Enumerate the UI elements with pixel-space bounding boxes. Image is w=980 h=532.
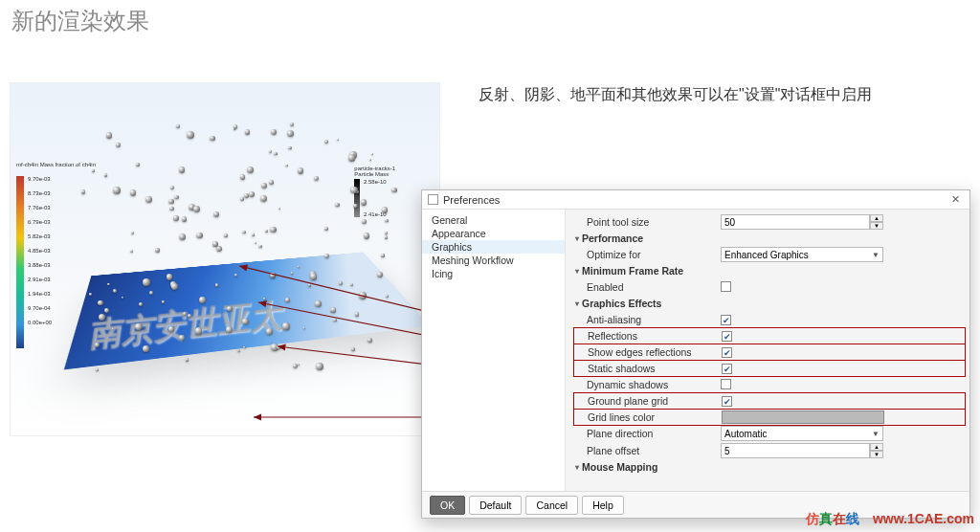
help-button[interactable]: Help <box>582 496 624 515</box>
anti-aliasing-label: Anti-aliasing <box>573 314 721 325</box>
show-edges-reflections-label: Show edges reflections <box>574 346 722 358</box>
point-tool-size-label: Point tool size <box>573 216 721 228</box>
cancel-button[interactable]: Cancel <box>525 496 578 515</box>
ground-plane-grid-label: Ground plane grid <box>574 395 722 407</box>
preferences-content[interactable]: Point tool size ▲▼ Performance Optimize … <box>566 210 969 491</box>
nav-general[interactable]: General <box>422 213 565 227</box>
close-icon[interactable]: ✕ <box>947 193 964 206</box>
static-shadows-label: Static shadows <box>574 363 722 374</box>
app-icon <box>428 194 438 205</box>
nav-meshing-workflow[interactable]: Meshing Workflow <box>422 254 565 267</box>
reflections-checkbox[interactable]: ✔ <box>722 331 732 342</box>
nav-icing[interactable]: Icing <box>422 267 565 280</box>
chevron-down-icon: ▼ <box>872 251 880 259</box>
static-shadows-checkbox[interactable]: ✔ <box>722 364 732 374</box>
nav-appearance[interactable]: Appearance <box>422 227 565 240</box>
preferences-nav: General Appearance Graphics Meshing Work… <box>422 210 566 491</box>
show-edges-reflections-checkbox[interactable]: ✔ <box>722 347 732 358</box>
dialog-titlebar[interactable]: Preferences ✕ <box>422 190 969 210</box>
section-min-frame-rate[interactable]: Minimum Frame Rate <box>573 263 966 278</box>
legend-title: mf-ch4in Mass fraction of ch4in <box>16 162 96 167</box>
particle-legend: particle-tracks-1 Particle Mass 2.58e-10… <box>354 166 395 217</box>
section-mouse-mapping[interactable]: Mouse Mapping <box>573 459 966 475</box>
section-performance[interactable]: Performance <box>573 231 966 246</box>
spin-up[interactable]: ▲ <box>870 443 883 451</box>
spin-down[interactable]: ▼ <box>870 222 883 230</box>
brand-url: www.1CAE.com <box>873 511 974 526</box>
ok-button[interactable]: OK <box>430 496 465 515</box>
enabled-label: Enabled <box>573 281 721 293</box>
simulation-viewport: mf-ch4in Mass fraction of ch4in 9.70e-03… <box>10 82 440 436</box>
color-legend <box>16 173 24 348</box>
page-title: 新的渲染效果 <box>11 6 149 36</box>
legend-ticks: 9.70e-038.73e-037.76e-03 6.79e-035.82e-0… <box>28 176 52 334</box>
plane-offset-label: Plane offset <box>573 445 721 456</box>
optimize-for-combo[interactable]: Enhanced Graphics▼ <box>721 247 883 262</box>
page-footer-brand: 仿真在线 www.1CAE.com <box>806 511 974 528</box>
grid-lines-color-well[interactable] <box>722 410 884 424</box>
ground-plane-grid-checkbox[interactable]: ✔ <box>722 396 732 407</box>
chevron-down-icon: ▼ <box>872 430 880 438</box>
nav-graphics[interactable]: Graphics <box>422 240 565 254</box>
spin-up[interactable]: ▲ <box>870 214 883 222</box>
grid-lines-color-label: Grid lines color <box>574 411 722 423</box>
page-description: 反射、阴影、地平面和其他效果可以在"设置"对话框中启用 <box>479 82 957 107</box>
plane-direction-label: Plane direction <box>573 428 721 439</box>
brand-text: 仿真在线 <box>806 511 859 528</box>
dynamic-shadows-checkbox[interactable] <box>721 379 731 389</box>
point-tool-size-input[interactable] <box>721 214 870 230</box>
default-button[interactable]: Default <box>469 496 522 515</box>
section-graphics-effects[interactable]: Graphics Effects <box>573 296 966 311</box>
reflections-label: Reflections <box>574 330 722 342</box>
anti-aliasing-checkbox[interactable]: ✔ <box>721 315 731 325</box>
plane-offset-input[interactable] <box>721 443 870 458</box>
enabled-checkbox[interactable] <box>721 281 731 292</box>
optimize-for-label: Optimize for <box>573 249 721 260</box>
spin-down[interactable]: ▼ <box>870 451 883 458</box>
dialog-title: Preferences <box>443 194 500 206</box>
dynamic-shadows-label: Dynamic shadows <box>573 379 721 390</box>
preferences-dialog: Preferences ✕ General Appearance Graphic… <box>421 189 970 519</box>
plane-direction-combo[interactable]: Automatic▼ <box>721 426 883 441</box>
